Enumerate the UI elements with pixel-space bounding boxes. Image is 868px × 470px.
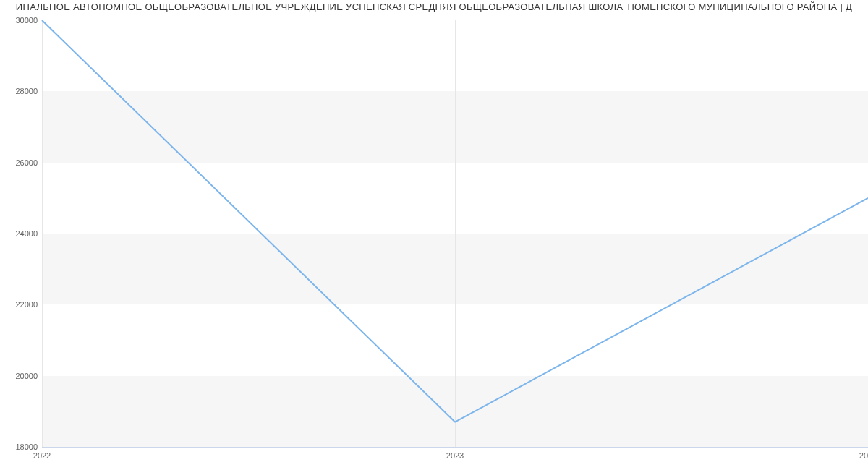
y-tick-label: 24000 (15, 229, 42, 238)
y-tick-label: 30000 (15, 16, 42, 25)
y-tick-label: 22000 (15, 300, 42, 309)
x-tick-label: 2022 (33, 447, 51, 460)
y-tick-label: 26000 (15, 158, 42, 167)
y-tick-label: 28000 (15, 87, 42, 95)
y-tick-label: 20000 (15, 372, 42, 380)
plot-area: 1800020000220002400026000280003000020222… (42, 20, 868, 447)
line-series (42, 20, 868, 447)
x-tick-label: 2023 (446, 447, 464, 460)
chart-title: ИПАЛЬНОЕ АВТОНОМНОЕ ОБЩЕОБРАЗОВАТЕЛЬНОЕ … (0, 1, 868, 12)
x-tick-label: 2024 (859, 447, 868, 460)
